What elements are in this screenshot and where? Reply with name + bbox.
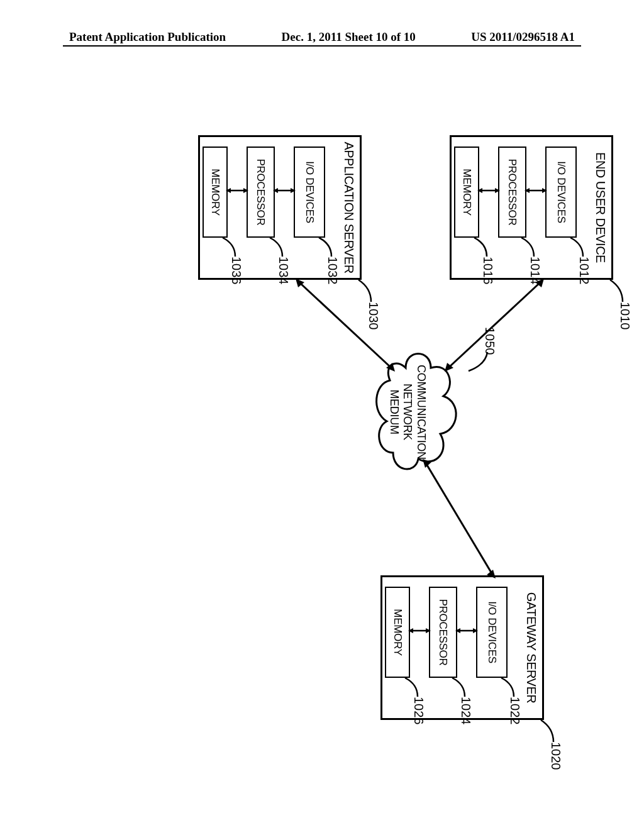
app-server-title: APPLICATION SERVER [340,137,360,278]
patent-header: Patent Application Publication Dec. 1, 2… [0,30,644,44]
svg-marker-11 [226,188,231,193]
svg-marker-10 [243,188,248,193]
svg-marker-5 [477,188,482,193]
svg-marker-2 [525,188,530,193]
ref-1010: 1010 [618,302,632,330]
svg-marker-4 [495,188,500,193]
connector-app-cloud [296,279,396,373]
gateway-io: I/O DEVICES [476,587,508,678]
application-server-box: APPLICATION SERVER I/O DEVICES PROCESSOR… [198,135,362,280]
ref-1026: 1026 [411,697,426,725]
svg-marker-8 [273,188,278,193]
header-right: US 2011/0296518 A1 [471,30,575,44]
ref-1012: 1012 [577,257,591,285]
app-io: I/O DEVICES [294,147,325,238]
svg-marker-17 [408,628,413,633]
end-user-device-box: END USER DEVICE I/O DEVICES PROCESSOR ME… [450,135,613,280]
gateway-title: GATEWAY SERVER [523,577,542,718]
svg-line-21 [301,284,390,367]
svg-marker-14 [455,628,460,633]
ref-1024: 1024 [458,697,473,725]
ref-1036: 1036 [229,257,243,285]
svg-marker-1 [542,188,547,193]
svg-line-18 [450,284,539,367]
app-memory: MEMORY [203,147,228,238]
svg-marker-13 [473,628,478,633]
gateway-server-box: GATEWAY SERVER I/O DEVICES PROCESSOR MEM… [380,575,544,720]
header-left: Patent Application Publication [69,30,226,44]
app-processor: PROCESSOR [247,147,275,238]
connector-cloud-gateway [421,459,497,578]
gateway-processor: PROCESSOR [429,587,457,678]
end-user-memory: MEMORY [454,147,479,238]
svg-line-24 [426,464,492,573]
ref-1020: 1020 [548,742,563,770]
end-user-io: I/O DEVICES [545,147,577,238]
end-user-processor: PROCESSOR [498,147,526,238]
gateway-memory: MEMORY [385,587,410,678]
header-rule [63,45,581,47]
figure-diagram: FIG. 10 1000 END USER DEVICE I/O DEVICES… [0,173,644,689]
cloud-text: COMMUNICATION NETWORK MEDIUM [387,365,428,459]
end-user-title: END USER DEVICE [592,137,611,278]
ref-1022: 1022 [508,697,522,725]
connector-end-user-cloud [443,279,544,373]
svg-marker-16 [426,628,431,633]
ref-1034: 1034 [276,257,291,285]
header-center: Dec. 1, 2011 Sheet 10 of 10 [282,30,416,44]
svg-marker-7 [291,188,296,193]
